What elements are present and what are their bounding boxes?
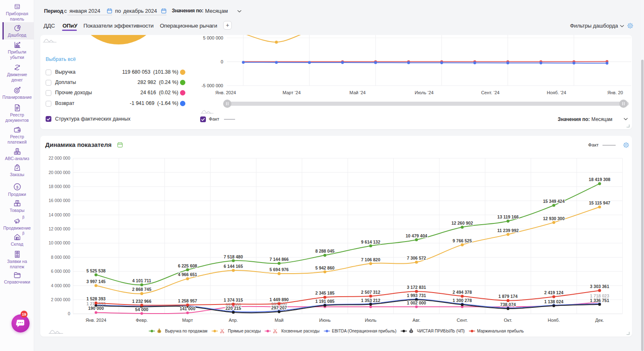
svg-text:10 000 000: 10 000 000 <box>48 240 70 245</box>
svg-text:13 119 166: 13 119 166 <box>497 214 519 219</box>
svg-text:20 000 000: 20 000 000 <box>48 170 70 175</box>
svg-text:3 172 831: 3 172 831 <box>407 285 426 290</box>
svg-text:2 507 312: 2 507 312 <box>361 290 381 295</box>
svg-text:Нояб.: Нояб. <box>548 318 560 323</box>
svg-text:22 000 000: 22 000 000 <box>48 156 70 160</box>
svg-text:2 000 000: 2 000 000 <box>51 297 70 302</box>
svg-text:Май: Май <box>275 318 284 323</box>
svg-text:2 494 378: 2 494 378 <box>452 290 472 295</box>
svg-text:2 868 745: 2 868 745 <box>132 287 152 292</box>
svg-text:11 239 992: 11 239 992 <box>497 228 519 233</box>
svg-text:Июль: Июль <box>365 318 376 323</box>
svg-text:18 419 308: 18 419 308 <box>589 177 611 182</box>
svg-text:В: В <box>15 152 16 154</box>
svg-text:12 930 300: 12 930 300 <box>543 216 565 221</box>
svg-text:4 101 711: 4 101 711 <box>132 278 151 283</box>
svg-text:Сент.: Сент. <box>457 318 468 323</box>
svg-text:7 106 820: 7 106 820 <box>361 257 381 262</box>
svg-text:$: $ <box>16 252 18 254</box>
svg-text:С: С <box>18 152 20 154</box>
svg-text:141 000: 141 000 <box>180 306 195 311</box>
svg-text:15 349 424: 15 349 424 <box>543 199 565 204</box>
svg-text:1 993 731: 1 993 731 <box>407 293 426 298</box>
svg-text:1 138 024: 1 138 024 <box>544 299 563 304</box>
svg-text:6 000 000: 6 000 000 <box>51 269 70 274</box>
svg-text:12 260 902: 12 260 902 <box>451 221 473 225</box>
svg-text:Янв. 2024: Янв. 2024 <box>215 90 236 95</box>
svg-text:Март ‘24: Март ‘24 <box>282 90 300 95</box>
svg-text:9 766 525: 9 766 525 <box>452 238 472 243</box>
svg-text:3 303 361: 3 303 361 <box>590 284 609 289</box>
svg-text:Февр.: Февр. <box>136 318 148 323</box>
svg-text:₽: ₽ <box>16 66 18 70</box>
svg-text:3: 3 <box>16 6 17 9</box>
svg-text:1 191 085: 1 191 085 <box>315 299 335 304</box>
svg-text:$: $ <box>158 330 159 333</box>
svg-text:Янв. 2024: Янв. 2024 <box>85 318 106 323</box>
svg-text:297 207: 297 207 <box>271 305 287 310</box>
svg-text:$: $ <box>16 185 18 189</box>
svg-text:10 479 404: 10 479 404 <box>406 233 427 238</box>
svg-text:1 258 957: 1 258 957 <box>178 298 197 303</box>
svg-text:5 942 860: 5 942 860 <box>315 265 335 270</box>
svg-text:1 879 174: 1 879 174 <box>499 294 518 299</box>
svg-text:738 074: 738 074 <box>500 302 516 307</box>
svg-text:4 966 651: 4 966 651 <box>178 272 197 277</box>
svg-text:3 997 145: 3 997 145 <box>86 279 106 284</box>
svg-text:$: $ <box>411 330 412 333</box>
svg-text:6 144 165: 6 144 165 <box>224 264 243 269</box>
svg-text:5 000 000: 5 000 000 <box>203 35 223 40</box>
svg-text:16 000 000: 16 000 000 <box>48 198 70 203</box>
svg-text:5 525 538: 5 525 538 <box>86 268 106 273</box>
svg-text:18 000 000: 18 000 000 <box>48 184 70 189</box>
svg-text:0: 0 <box>68 311 70 316</box>
svg-text:6 225 608: 6 225 608 <box>178 263 197 268</box>
svg-text:1 528 393: 1 528 393 <box>86 296 106 301</box>
svg-text:7 306 572: 7 306 572 <box>407 256 426 260</box>
svg-text:Янв. 20: Янв. 20 <box>607 90 623 95</box>
svg-text:Июнь: Июнь <box>319 318 331 323</box>
svg-text:8 288 045: 8 288 045 <box>315 249 335 253</box>
svg-text:190 000: 190 000 <box>88 306 104 311</box>
svg-text:-5 000 000: -5 000 000 <box>201 83 223 88</box>
svg-text:Март: Март <box>182 318 193 323</box>
svg-text:Июль ‘24: Июль ‘24 <box>415 90 434 95</box>
svg-text:12 000 000: 12 000 000 <box>48 226 70 231</box>
svg-text:Окт.: Окт. <box>504 318 512 323</box>
svg-text:4 000 000: 4 000 000 <box>51 283 70 288</box>
svg-text:Дек.: Дек. <box>595 318 604 323</box>
svg-text:Авг.: Авг. <box>413 318 420 323</box>
svg-text:2 345 185: 2 345 185 <box>315 291 335 295</box>
svg-text:1 232 966: 1 232 966 <box>132 299 152 304</box>
svg-text:1 353 212: 1 353 212 <box>361 298 381 303</box>
svg-text:А: А <box>16 149 18 151</box>
svg-text:1 374 315: 1 374 315 <box>224 298 243 302</box>
svg-text:54 000: 54 000 <box>135 307 148 312</box>
svg-text:9 614 132: 9 614 132 <box>361 239 381 244</box>
svg-text:1 300 278: 1 300 278 <box>452 298 472 303</box>
svg-text:1 336 751: 1 336 751 <box>590 298 609 303</box>
svg-text:220 215: 220 215 <box>226 306 241 311</box>
svg-text:8 000 000: 8 000 000 <box>51 255 70 260</box>
svg-text:7 144 866: 7 144 866 <box>270 257 289 262</box>
svg-text:0: 0 <box>221 59 223 64</box>
svg-text:7 518 480: 7 518 480 <box>224 254 243 259</box>
svg-text:1 002 000: 1 002 000 <box>407 300 426 305</box>
svg-text:14 000 000: 14 000 000 <box>48 212 70 217</box>
svg-text:Нояб. ‘24: Нояб. ‘24 <box>547 90 566 95</box>
svg-text:1 449 890: 1 449 890 <box>270 297 289 302</box>
svg-text:2 419 124: 2 419 124 <box>544 290 563 295</box>
svg-text:Апр.: Апр. <box>229 318 238 323</box>
svg-text:Сент. ‘24: Сент. ‘24 <box>481 90 500 95</box>
svg-text:Май ‘24: Май ‘24 <box>349 90 365 95</box>
svg-text:5 694 976: 5 694 976 <box>270 267 289 272</box>
svg-text:15 115 947: 15 115 947 <box>589 200 610 205</box>
